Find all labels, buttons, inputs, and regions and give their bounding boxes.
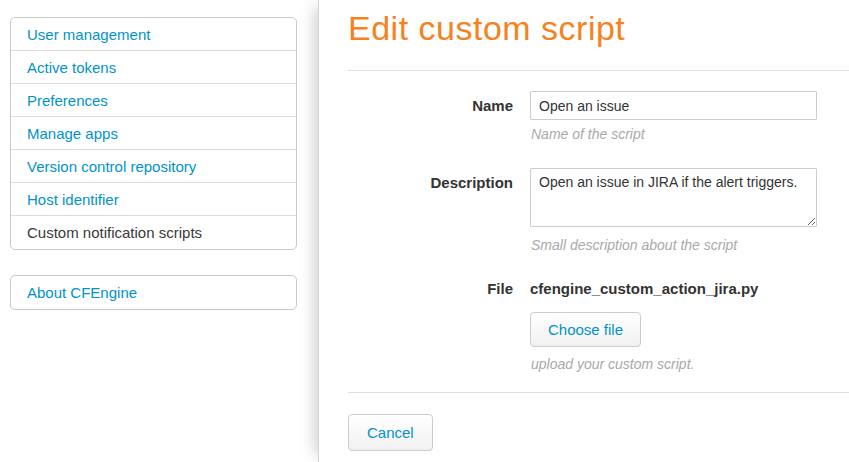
name-help-text: Name of the script — [531, 126, 849, 142]
file-help-text: upload your custom script. — [531, 356, 849, 372]
file-form-row: File cfengine_custom_action_jira.py Choo… — [348, 280, 849, 372]
actions-divider — [348, 392, 849, 393]
choose-file-button[interactable]: Choose file — [530, 312, 641, 347]
page: User management Active tokens Preference… — [0, 0, 849, 462]
description-form-row: Description Open an issue in JIRA if the… — [348, 168, 849, 253]
main-panel: Edit custom script Name Name of the scri… — [318, 0, 849, 462]
sidebar-item-about-cfengine[interactable]: About CFEngine — [11, 276, 296, 309]
name-controls: Name of the script — [530, 91, 849, 142]
edit-custom-script-form: Name Name of the script Description Open… — [348, 91, 849, 451]
name-label: Name — [348, 91, 530, 142]
settings-menu: User management Active tokens Preference… — [10, 17, 297, 250]
sidebar-item-active-tokens[interactable]: Active tokens — [11, 51, 296, 84]
about-menu: About CFEngine — [10, 275, 297, 310]
description-label: Description — [348, 168, 530, 253]
file-label: File — [348, 280, 530, 372]
sidebar-item-custom-notification-scripts[interactable]: Custom notification scripts — [11, 216, 296, 249]
title-divider — [348, 70, 849, 71]
description-controls: Open an issue in JIRA if the alert trigg… — [530, 168, 849, 253]
description-help-text: Small description about the script — [531, 237, 849, 253]
sidebar-item-host-identifier[interactable]: Host identifier — [11, 183, 296, 216]
sidebar-item-user-management[interactable]: User management — [11, 18, 296, 51]
file-name: cfengine_custom_action_jira.py — [530, 280, 849, 297]
description-textarea[interactable]: Open an issue in JIRA if the alert trigg… — [530, 168, 817, 227]
sidebar-item-manage-apps[interactable]: Manage apps — [11, 117, 296, 150]
file-controls: cfengine_custom_action_jira.py Choose fi… — [530, 280, 849, 372]
name-form-row: Name Name of the script — [348, 91, 849, 142]
settings-sidebar: User management Active tokens Preference… — [0, 0, 318, 462]
page-title: Edit custom script — [348, 8, 849, 48]
cancel-button[interactable]: Cancel — [348, 414, 433, 451]
sidebar-item-version-control-repository[interactable]: Version control repository — [11, 150, 296, 183]
sidebar-item-preferences[interactable]: Preferences — [11, 84, 296, 117]
name-input[interactable] — [530, 91, 817, 120]
